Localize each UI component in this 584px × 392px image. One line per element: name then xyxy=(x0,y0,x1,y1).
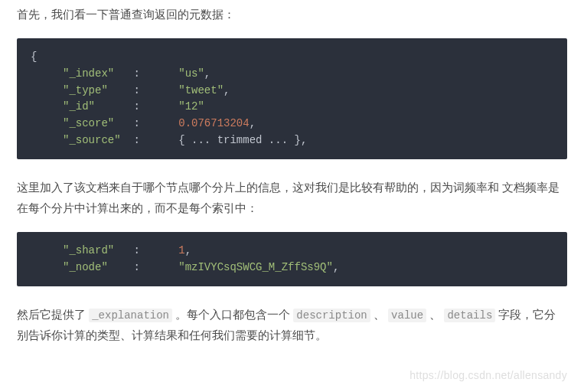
code-block-metadata: { "_index" : "us", "_type" : "tweet", "_… xyxy=(17,38,567,159)
watermark-text: https://blog.csdn.net/allensandy xyxy=(409,366,567,385)
code-block-shard-node: "_shard" : 1, "_node" : "mzIVYCsqSWCG_M_… xyxy=(17,232,567,286)
paragraph-explanation: 然后它提供了 _explanation 。每个入口都包含一个 descripti… xyxy=(17,305,567,345)
text: 。每个入口都包含一个 xyxy=(172,308,293,321)
paragraph-intro: 首先，我们看一下普通查询返回的元数据： xyxy=(17,5,567,24)
text: 、 xyxy=(426,308,444,321)
paragraph-shard-node: 这里加入了该文档来自于哪个节点哪个分片上的信息，这对我们是比较有帮助的，因为词频… xyxy=(17,178,567,218)
inline-code-explanation: _explanation xyxy=(89,309,172,322)
inline-code-description: description xyxy=(293,309,370,322)
inline-code-value: value xyxy=(388,309,426,322)
inline-code-details: details xyxy=(444,309,495,322)
text: 然后它提供了 xyxy=(17,308,89,321)
text: 、 xyxy=(370,308,388,321)
